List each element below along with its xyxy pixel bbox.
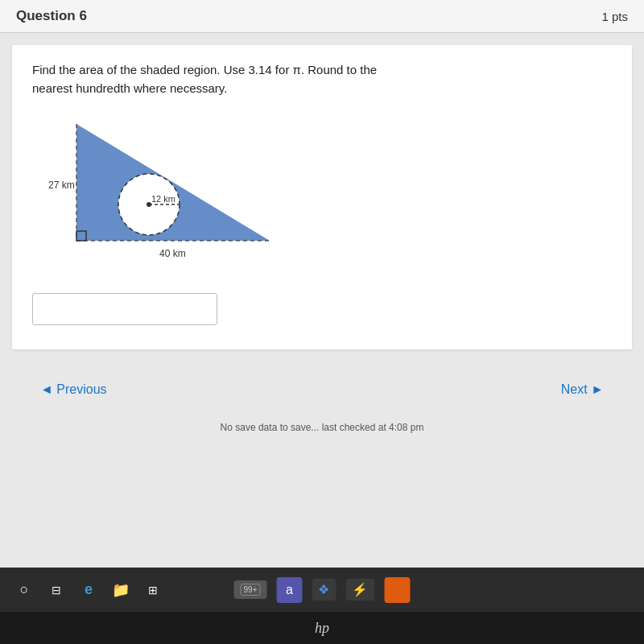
question-text: Find the area of the shaded region. Use … (32, 61, 612, 97)
hp-logo: hp (306, 618, 338, 638)
main-content: Question 6 1 pts Find the area of the sh… (0, 0, 644, 568)
save-status: No save data to save... last checked at … (0, 418, 644, 437)
lightning-icon[interactable]: ⚡ (345, 579, 374, 601)
text-app[interactable]: a (276, 577, 302, 603)
answer-box-container (32, 293, 612, 325)
next-button[interactable]: Next ► (553, 378, 612, 402)
label-12km: 12 km (151, 194, 175, 204)
notification-badge: 99+ (241, 584, 261, 596)
file-explorer-icon[interactable]: 📁 (109, 578, 133, 602)
taskbar: ○ ⊟ e 📁 ⊞ 99+ a ❖ ⚡ (0, 568, 644, 612)
question-line1: Find the area of the shaded region. Use … (32, 63, 377, 76)
taskbar-center: 99+ a ❖ ⚡ (234, 577, 411, 603)
windows-search-icon[interactable]: ○ (12, 578, 36, 602)
question-title: Question 6 (16, 8, 87, 24)
edge-browser-icon[interactable]: e (76, 578, 101, 602)
navigation-area: ◄ Previous Next ► (0, 361, 644, 418)
task-view-icon[interactable]: ⊟ (44, 578, 68, 602)
question-header: Question 6 1 pts (0, 0, 644, 33)
label-40km: 40 km (159, 248, 186, 259)
bottom-bar: hp (0, 612, 644, 644)
taskbar-left: ○ ⊟ e 📁 ⊞ (12, 578, 165, 602)
geometry-diagram: 27 km 12 km 40 km (40, 112, 298, 273)
dropbox-icon[interactable]: ❖ (312, 579, 336, 601)
diagram-area: 27 km 12 km 40 km (32, 112, 612, 273)
save-status-text: No save data to save... last checked at … (221, 422, 424, 433)
question-body: Find the area of the shaded region. Use … (12, 45, 632, 349)
question-points: 1 pts (601, 10, 628, 23)
answer-input[interactable] (32, 293, 217, 325)
windows-icon[interactable]: ⊞ (141, 578, 165, 602)
previous-button[interactable]: ◄ Previous (32, 378, 115, 402)
orange-app-icon[interactable] (384, 577, 410, 603)
question-line2: nearest hundredth where necessary. (32, 81, 227, 95)
label-27km: 27 km (48, 180, 75, 191)
notification-app[interactable]: 99+ (234, 580, 267, 599)
